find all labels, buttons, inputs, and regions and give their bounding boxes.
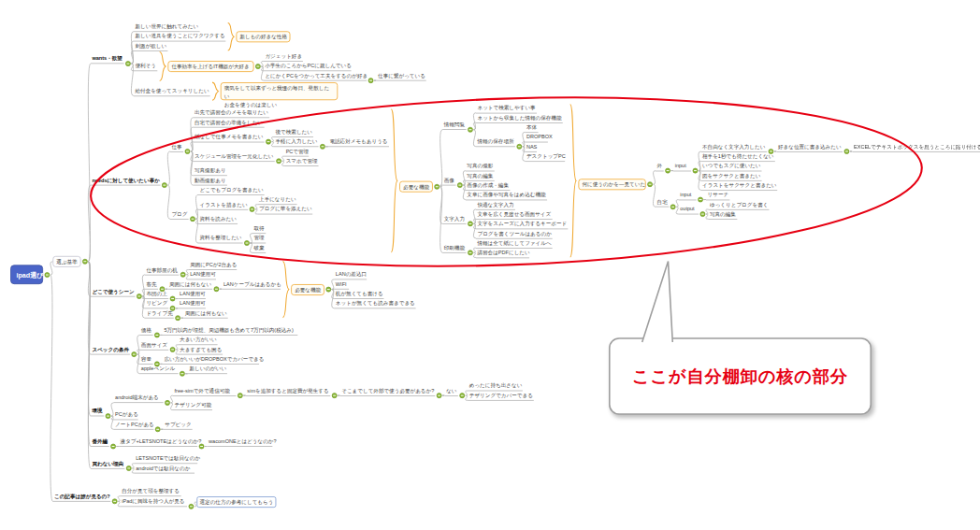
topic[interactable]: めったに持ち出さない xyxy=(468,381,523,391)
topic[interactable]: 新しい世界に触れてみたい xyxy=(134,22,200,32)
topic[interactable]: リサーチ xyxy=(706,191,729,200)
topic[interactable]: 新しいのがいい xyxy=(188,365,227,374)
summary-topic[interactable]: 病気をして以来ずっと我慢の毎日、発散したい お金を使うのは楽しい xyxy=(221,82,338,100)
topic[interactable]: PCで管理 xyxy=(284,147,309,156)
summary-topic[interactable]: 仕事効率を上げるIT機器が大好き xyxy=(167,61,253,72)
topic[interactable]: 文字をスムーズに入力するキーボード xyxy=(476,220,568,229)
topic[interactable]: 動画撮影あり xyxy=(193,176,227,185)
topic[interactable]: ドライブ先 xyxy=(145,308,174,318)
topic[interactable]: wants・欲望 xyxy=(91,54,124,64)
topic[interactable]: 液タブ+LETSNOTEはどうなのか? xyxy=(119,437,197,447)
topic[interactable]: input xyxy=(679,191,697,200)
topic[interactable]: 自分が見て頭を整理する xyxy=(121,487,181,496)
topic[interactable]: この記事は誰が見るの? xyxy=(52,492,110,501)
topic[interactable]: 給付金を使ってスッキリしたい xyxy=(134,86,210,95)
topic[interactable]: output xyxy=(679,205,699,214)
topic[interactable]: 小学生のころからPCに親しんでいる xyxy=(264,62,352,71)
topic[interactable]: とにかくPCをつかって工夫をするのが好き xyxy=(264,71,367,80)
topic[interactable]: スケジュール管理を一元化したい xyxy=(193,151,274,161)
topic[interactable]: 管理 xyxy=(252,234,266,243)
topic[interactable]: 環境 xyxy=(91,407,104,416)
topic[interactable]: 手軽に入力したい xyxy=(274,137,319,147)
topic[interactable]: wacomONEとはどうなのか? xyxy=(207,437,272,447)
topic[interactable]: 容量 xyxy=(139,354,152,364)
topic[interactable]: ネットで検索しやすい事 xyxy=(476,104,537,113)
topic[interactable]: 大きい方がいい xyxy=(179,336,218,345)
topic[interactable]: 文章を広く見渡せる画面サイズ xyxy=(476,209,553,219)
topic[interactable]: 破棄 xyxy=(252,243,266,252)
topic[interactable]: 画像の作成・編集 xyxy=(466,180,511,190)
topic[interactable]: iPadに興味を持つ人が見る xyxy=(121,497,187,507)
topic[interactable]: 後で検索したい xyxy=(274,128,313,137)
topic[interactable]: LAN使用可 xyxy=(179,290,206,299)
topic[interactable]: 紙なしで仕事メモを書きたい xyxy=(193,133,264,142)
topic[interactable]: 文字入力 xyxy=(442,214,466,223)
topic[interactable]: appleペンシル xyxy=(139,365,178,374)
topic[interactable]: simを追加すると固定費が発生する xyxy=(246,386,331,395)
topic[interactable]: free-simで外で通信可能 xyxy=(173,386,236,395)
topic[interactable]: NAS xyxy=(525,142,537,151)
topic[interactable]: イラストをサクサクと書きたい xyxy=(700,180,777,190)
topic[interactable]: 周囲には何もない xyxy=(183,308,228,318)
topic[interactable]: イラストを描きたい xyxy=(198,200,248,209)
mindmap-canvas[interactable]: ipad選び選ぶ基準wants・欲望新しい世界に触れてみたい新しい道具を使うこと… xyxy=(0,0,980,530)
topic[interactable]: PCがある xyxy=(113,410,137,420)
topic[interactable]: 客先 xyxy=(145,279,158,289)
topic[interactable]: LANの差込口 xyxy=(334,270,367,279)
topic[interactable]: LAN使用可 xyxy=(179,299,206,308)
topic[interactable]: サブピック xyxy=(164,420,193,429)
summary-topic[interactable]: 必要な機能 xyxy=(291,284,324,295)
topic[interactable]: needsに対して使いたい事か xyxy=(91,176,161,185)
topic[interactable]: 写真の編集 xyxy=(708,209,737,219)
topic[interactable]: 本体 xyxy=(525,122,538,132)
topic[interactable]: DROPBOX xyxy=(525,133,548,142)
topic[interactable]: 自宅 xyxy=(656,197,669,207)
topic[interactable]: 図をサクサクと書きたい xyxy=(700,171,761,180)
topic[interactable]: ない xyxy=(445,386,458,395)
topic[interactable]: テザリング可能 xyxy=(173,401,212,410)
topic[interactable]: 仕事部屋の机 xyxy=(145,265,180,275)
topic[interactable]: 仕事 xyxy=(170,142,183,151)
topic[interactable]: ネットから収集した情報の保存機能 xyxy=(476,113,563,122)
topic[interactable]: 写真撮影あり xyxy=(193,166,227,176)
topic[interactable]: 机が無くても書ける xyxy=(334,290,383,299)
topic[interactable]: 取得 xyxy=(252,224,266,234)
topic[interactable]: 不自由なく文字入力したい xyxy=(700,142,767,151)
topic[interactable]: ノートPCがある xyxy=(113,420,153,429)
topic[interactable]: androidでは駄目なのか xyxy=(135,464,195,473)
topic[interactable]: LETSNOTEでは駄目なのか xyxy=(135,454,197,464)
topic[interactable]: 周囲にPCが2台ある xyxy=(189,261,238,270)
topic[interactable]: テザリングでカバーできる xyxy=(468,391,534,400)
topic[interactable]: 好きな位置に書き込みたい xyxy=(776,142,843,151)
topic[interactable]: input xyxy=(673,162,691,171)
topic[interactable]: どこで使うシーン xyxy=(91,287,136,296)
topic[interactable]: 選定の仕方の参考にしてもらう xyxy=(196,496,276,508)
topic[interactable]: どこでもブログを書きたい xyxy=(198,185,265,194)
topic[interactable]: 5万円以内が理想、周辺機器も含めて7万円以内(税込み) xyxy=(163,326,297,336)
summary-topic[interactable]: 何に使うのかを―見ていた xyxy=(578,179,645,190)
topic[interactable]: 選ぶ基準 xyxy=(52,256,80,267)
topic[interactable]: 写真の編集 xyxy=(466,171,495,180)
topic[interactable]: ブログを書くツールはあるのか xyxy=(476,229,553,238)
topic[interactable]: スペックの条件 xyxy=(91,345,130,354)
topic[interactable]: 画面サイズ xyxy=(139,340,168,350)
topic[interactable]: 講習会はPDFにしたい xyxy=(476,249,529,258)
topic[interactable]: 出先で講習会のメモを取りたい xyxy=(193,108,269,118)
topic[interactable]: EXCELでテキストボックスを思うところに貼り付けるイメージ xyxy=(852,142,980,151)
topic[interactable]: 情報の保存場所 xyxy=(476,137,515,147)
topic[interactable]: 買わない理由 xyxy=(91,459,125,468)
topic[interactable]: 外 xyxy=(656,162,664,171)
topic[interactable]: ガジェット好き xyxy=(264,52,303,62)
topic[interactable]: 情報は全て紙にしてファイルへ xyxy=(476,238,553,248)
topic[interactable]: スマホで管理 xyxy=(284,157,319,166)
topic[interactable]: いつでもスグに使いたい xyxy=(700,162,761,171)
topic[interactable]: ゆっくりとブログを書く xyxy=(708,200,769,209)
topic[interactable]: 刺激が欲しい xyxy=(134,41,168,50)
topic[interactable]: 資料を読みたい xyxy=(198,214,238,223)
topic[interactable]: LANケーブルはあるかも xyxy=(222,279,281,289)
topic[interactable]: 仕事に繋がっている xyxy=(377,71,426,80)
topic[interactable]: 布団の上 xyxy=(145,290,168,299)
topic[interactable]: 周囲には何もない xyxy=(167,279,212,289)
topic[interactable]: リビング xyxy=(145,299,168,308)
topic[interactable]: 相手を1秒でも待たせたくない xyxy=(700,151,774,161)
